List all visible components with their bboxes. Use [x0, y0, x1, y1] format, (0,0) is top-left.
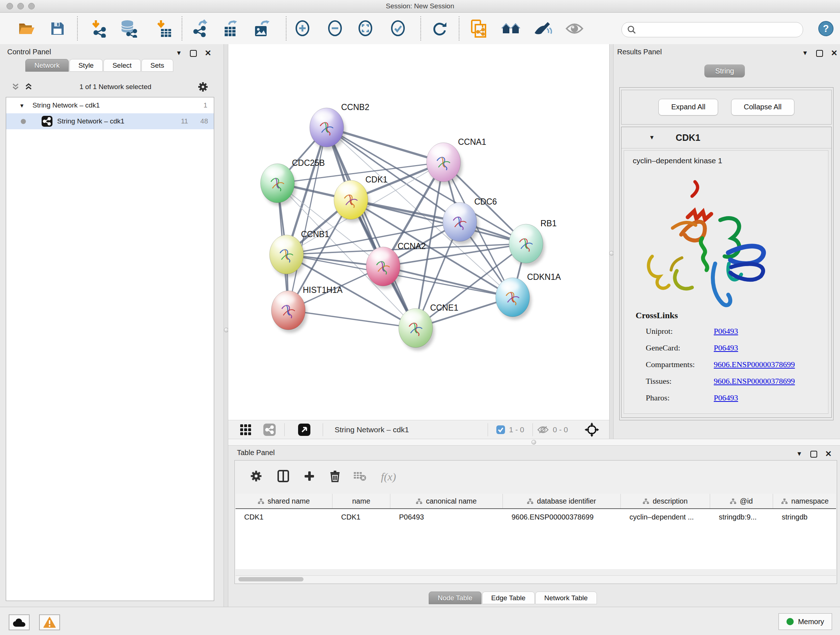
table-cell[interactable]: stringdb:9... — [710, 509, 773, 525]
hscrollbar-thumb[interactable] — [238, 577, 303, 581]
node-CCNB2[interactable]: CCNB2 — [309, 103, 369, 150]
function-builder-button[interactable]: f(x) — [381, 470, 396, 483]
collapse-all-icon[interactable] — [11, 82, 20, 91]
panel-float-icon[interactable] — [190, 50, 197, 57]
edge-CCNB2-CCNE1[interactable] — [327, 127, 416, 328]
tab-sets[interactable]: Sets — [141, 59, 173, 72]
tab-network[interactable]: Network — [25, 59, 69, 72]
table-cell[interactable]: cyclin–dependent ... — [621, 509, 710, 525]
crosslink-link[interactable]: 9606.ENSP00000378699 — [714, 377, 795, 386]
column-header-description[interactable]: description — [621, 494, 710, 508]
save-session-button[interactable] — [47, 19, 68, 39]
network-canvas[interactable]: CCNB2CCNA1CDC25BCDK1CDC6RB1CCNB1CCNA2CDK… — [228, 44, 609, 420]
tab-string[interactable]: String — [704, 65, 745, 78]
left-splitter[interactable] — [224, 44, 228, 607]
zoom-in-button[interactable] — [292, 19, 313, 39]
edge-CCNB2-HIST1H1A[interactable] — [288, 127, 327, 310]
birdseye-toggle-button[interactable] — [298, 423, 311, 438]
table-settings-button[interactable] — [250, 470, 262, 484]
panel-close-icon[interactable]: ✕ — [825, 449, 832, 459]
show-eye-button[interactable] — [564, 19, 584, 39]
table-cell[interactable]: 9606.ENSP00000378699 — [503, 509, 621, 525]
column-header-shared-name[interactable]: shared name — [235, 494, 332, 508]
import-network-file-button[interactable] — [89, 19, 109, 39]
node-CCNA1[interactable]: CCNA1 — [426, 137, 486, 185]
create-column-button[interactable] — [303, 470, 315, 483]
search-input[interactable] — [639, 26, 803, 34]
table-hscrollbar[interactable] — [235, 575, 836, 583]
table-row[interactable]: CDK1CDK1P064939606.ENSP00000378699cyclin… — [235, 509, 836, 525]
collapse-all-button[interactable]: Collapse All — [731, 99, 794, 116]
table-cell[interactable]: stringdb — [773, 509, 836, 525]
node-HIST1H1A[interactable]: HIST1H1A — [271, 285, 343, 333]
tab-style[interactable]: Style — [69, 59, 103, 72]
apply-layout-button[interactable] — [429, 19, 450, 39]
crosslink-link[interactable]: P06493 — [714, 326, 738, 336]
node-table[interactable]: shared namenamecanonical namedatabase id… — [235, 494, 836, 569]
column-header--id[interactable]: @id — [710, 494, 773, 508]
right-splitter[interactable] — [609, 44, 614, 439]
tab-edge-table[interactable]: Edge Table — [482, 592, 535, 604]
clone-network-button[interactable] — [469, 19, 489, 39]
table-cell[interactable]: CDK1 — [332, 509, 390, 525]
gene-header-row[interactable]: ▼ CDK1 — [622, 127, 831, 149]
tab-select[interactable]: Select — [103, 59, 141, 72]
tab-network-table[interactable]: Network Table — [535, 592, 597, 604]
tab-node-table[interactable]: Node Table — [429, 592, 482, 604]
export-table-button[interactable] — [221, 19, 241, 39]
hidden-toggle[interactable] — [537, 425, 549, 435]
panel-close-icon[interactable]: ✕ — [205, 49, 211, 58]
crosslink-link[interactable]: P06493 — [714, 393, 738, 402]
network-row[interactable]: String Network – cdk1 11 48 — [6, 113, 214, 129]
grid-view-button[interactable] — [240, 424, 251, 437]
network-view-button[interactable] — [263, 423, 276, 438]
node-CDC6[interactable]: CDC6 — [443, 197, 497, 244]
import-table-file-button[interactable] — [154, 19, 174, 39]
memory-button[interactable]: Memory — [778, 613, 832, 630]
expand-all-button[interactable]: Expand All — [658, 99, 718, 116]
horizontal-splitter-grip[interactable] — [531, 440, 536, 445]
import-network-database-button[interactable] — [118, 19, 139, 39]
panel-menu-icon[interactable]: ▼ — [802, 50, 808, 57]
pan-mode-button[interactable] — [584, 423, 599, 439]
crosslink-link[interactable]: P06493 — [714, 343, 738, 353]
selected-checkbox[interactable] — [496, 425, 505, 436]
crosslink-link[interactable]: 9606.ENSP00000378699 — [714, 360, 795, 369]
node-CDK1[interactable]: CDK1 — [334, 175, 387, 222]
network-graph[interactable]: CCNB2CCNA1CDC25BCDK1CDC6RB1CCNB1CCNA2CDK… — [228, 44, 609, 420]
panel-menu-icon[interactable]: ▼ — [176, 50, 182, 57]
column-header-name[interactable]: name — [332, 494, 390, 508]
gene-expand-icon[interactable]: ▼ — [649, 134, 655, 141]
show-columns-button[interactable] — [278, 470, 289, 484]
network-collection-row[interactable]: ▼ String Network – cdk1 1 — [6, 97, 214, 113]
delete-table-button[interactable] — [354, 470, 366, 483]
hide-glass-button[interactable] — [532, 19, 553, 39]
export-network-button[interactable] — [190, 19, 210, 39]
panel-float-icon[interactable] — [816, 50, 823, 57]
edge-CCNA2-CDKN1A[interactable] — [383, 266, 513, 297]
edge-HIST1H1A-CCNE1[interactable] — [288, 310, 416, 328]
cloud-status-button[interactable] — [9, 614, 30, 630]
open-session-button[interactable] — [16, 19, 36, 39]
zoom-out-button[interactable] — [325, 19, 345, 39]
search-box[interactable] — [622, 22, 803, 37]
string-home-button[interactable] — [501, 19, 521, 39]
column-header-canonical-name[interactable]: canonical name — [390, 494, 503, 508]
panel-menu-icon[interactable]: ▼ — [796, 450, 802, 458]
gear-icon[interactable] — [197, 81, 208, 92]
panel-close-icon[interactable]: ✕ — [831, 49, 837, 58]
collection-expand-icon[interactable]: ▼ — [19, 103, 25, 109]
node-CDKN1A[interactable]: CDKN1A — [496, 272, 561, 320]
table-cell[interactable]: CDK1 — [235, 509, 332, 525]
export-image-button[interactable] — [252, 19, 272, 39]
expand-all-icon[interactable] — [24, 82, 33, 91]
column-header-namespace[interactable]: namespace — [773, 494, 836, 508]
table-cell[interactable]: P06493 — [390, 509, 503, 525]
node-RB1[interactable]: RB1 — [509, 219, 557, 266]
warning-status-button[interactable] — [39, 614, 60, 630]
horizontal-splitter[interactable] — [228, 439, 840, 446]
zoom-selected-button[interactable] — [388, 19, 408, 39]
column-header-database-identifier[interactable]: database identifier — [503, 494, 621, 508]
panel-float-icon[interactable] — [810, 451, 817, 458]
help-button[interactable]: ? — [816, 19, 836, 39]
